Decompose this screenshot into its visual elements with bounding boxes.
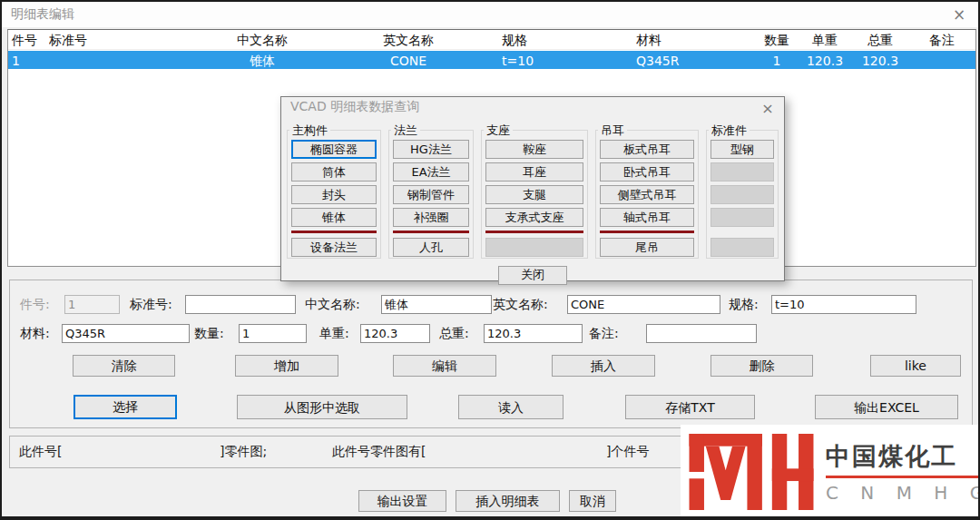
window-title: 明细表编辑 <box>2 6 74 23</box>
button-head[interactable]: 封头 <box>291 185 377 204</box>
table-header-row: 件号 标准号 中文名称 英文名称 规格 材料 数量 单重 总重 备注 <box>8 30 975 50</box>
button-axle-lug[interactable]: 轴式吊耳 <box>600 208 694 227</box>
row-qty: 1 <box>756 51 798 69</box>
red-separator <box>393 231 469 233</box>
button-steel-pipe-fitting[interactable]: 钢制管件 <box>393 185 469 204</box>
row-item-no: 1 <box>8 51 49 69</box>
group-label-support: 支座 <box>484 123 513 139</box>
status-part-3: 此件号零件图有[ <box>332 444 426 460</box>
label-remark: 备注: <box>589 324 619 342</box>
button-empty-slot <box>710 208 774 227</box>
edit-button[interactable]: 编辑 <box>393 355 496 377</box>
group-supports: 支座 鞍座 耳座 支腿 支承式支座 <box>481 130 588 259</box>
unit-weight-field[interactable] <box>360 324 430 343</box>
group-label-flange: 法兰 <box>391 123 420 139</box>
status-part-1: 此件号[ <box>19 444 62 460</box>
dialog-titlebar: VCAD 明细表数据查询 × <box>281 97 784 121</box>
button-plate-lug[interactable]: 板式吊耳 <box>600 140 694 159</box>
row-unit-weight: 120.3 <box>798 51 852 69</box>
group-label-standard: 标准件 <box>709 123 750 139</box>
mh-logo-icon <box>688 434 815 510</box>
remark-field[interactable] <box>646 324 757 343</box>
col-header-standard-no: 标准号 <box>49 30 190 49</box>
output-settings-button[interactable]: 输出设置 <box>358 490 446 512</box>
group-standard-parts: 标准件 型钢 <box>706 130 779 259</box>
en-name-field[interactable] <box>567 295 720 314</box>
group-lifting-lugs: 吊耳 板式吊耳 卧式吊耳 侧壁式吊耳 轴式吊耳 尾吊 <box>595 130 699 259</box>
label-cn-name: 中文名称: <box>305 295 360 313</box>
red-separator <box>485 231 583 233</box>
clear-button[interactable]: 清除 <box>73 355 175 377</box>
material-field[interactable] <box>62 324 190 343</box>
dialog-title: VCAD 明细表数据查询 <box>281 94 419 113</box>
button-ea-flange[interactable]: EA法兰 <box>393 162 469 182</box>
label-en-name: 英文名称: <box>493 295 548 313</box>
cancel-button[interactable]: 取消 <box>569 490 616 512</box>
label-item-no: 件号: <box>20 295 50 313</box>
col-header-qty: 数量 <box>756 30 798 49</box>
button-bracket-support[interactable]: 支承式支座 <box>485 208 583 227</box>
button-reinforcing-ring[interactable]: 补强圈 <box>393 208 469 227</box>
row-cn-name: 锥体 <box>190 51 335 69</box>
col-header-unit-weight: 单重 <box>798 30 852 49</box>
button-ear-seat[interactable]: 耳座 <box>485 162 583 182</box>
table-row-selected[interactable]: 1 锥体 CONE t=10 Q345R 1 120.3 120.3 <box>8 51 975 69</box>
label-material: 材料: <box>20 324 50 342</box>
button-empty-slot <box>710 162 774 182</box>
button-hg-flange[interactable]: HG法兰 <box>393 140 469 159</box>
button-saddle[interactable]: 鞍座 <box>485 140 583 159</box>
status-part-2: ]零件图; <box>220 444 267 460</box>
dialog-close-icon[interactable]: × <box>759 100 777 118</box>
dialog-close-button[interactable]: 关闭 <box>498 266 567 285</box>
vcad-query-dialog: VCAD 明细表数据查询 × 主构件 椭圆容器 筒体 封头 锥体 设备法兰 法兰… <box>280 96 785 281</box>
spec-field[interactable] <box>771 295 916 314</box>
select-button[interactable]: 选择 <box>74 395 177 419</box>
col-header-remark: 备注 <box>908 30 975 49</box>
cn-name-field[interactable] <box>381 295 492 314</box>
total-weight-field[interactable] <box>484 324 583 343</box>
button-shell[interactable]: 筒体 <box>291 162 377 182</box>
cnmhg-logo: 中国煤化工 C N M H G <box>681 425 980 518</box>
read-in-button[interactable]: 读入 <box>458 395 564 419</box>
logo-en-text: C N M H G <box>826 482 980 504</box>
red-separator <box>291 231 377 233</box>
button-empty-slot <box>710 238 774 257</box>
col-header-total-weight: 总重 <box>852 30 908 49</box>
row-standard-no <box>49 51 190 69</box>
delete-button[interactable]: 删除 <box>710 355 813 377</box>
button-manhole[interactable]: 人孔 <box>393 238 469 257</box>
red-separator <box>600 231 694 233</box>
button-ellipse-vessel[interactable]: 椭圆容器 <box>291 140 377 159</box>
button-equipment-flange[interactable]: 设备法兰 <box>291 238 377 257</box>
col-header-cn-name: 中文名称 <box>190 30 335 49</box>
insert-bom-button[interactable]: 插入明细表 <box>456 490 560 512</box>
logo-underline <box>826 476 980 478</box>
item-no-field <box>64 295 120 314</box>
button-empty-slot <box>485 238 583 257</box>
button-section-steel[interactable]: 型钢 <box>710 140 774 159</box>
export-excel-button[interactable]: 输出EXCEL <box>815 395 958 419</box>
button-sidewall-lug[interactable]: 侧壁式吊耳 <box>600 185 694 204</box>
standard-no-field[interactable] <box>185 295 296 314</box>
qty-field[interactable] <box>239 324 307 343</box>
insert-button[interactable]: 插入 <box>552 355 655 377</box>
col-header-spec: 规格 <box>482 30 620 49</box>
pick-from-drawing-button[interactable]: 从图形中选取 <box>237 395 407 419</box>
label-unit-weight: 单重: <box>319 324 349 342</box>
button-tail-lug[interactable]: 尾吊 <box>600 238 694 257</box>
save-txt-button[interactable]: 存储TXT <box>625 395 755 419</box>
close-icon[interactable]: × <box>949 5 969 25</box>
like-button[interactable]: like <box>870 355 961 377</box>
button-empty-slot <box>710 185 774 204</box>
col-header-material: 材料 <box>620 30 756 49</box>
button-cone[interactable]: 锥体 <box>291 208 377 227</box>
group-main-components: 主构件 椭圆容器 筒体 封头 锥体 设备法兰 <box>287 130 381 259</box>
button-horizontal-lug[interactable]: 卧式吊耳 <box>600 162 694 182</box>
logo-text-block: 中国煤化工 C N M H G <box>826 440 980 504</box>
add-button[interactable]: 增加 <box>235 355 338 377</box>
button-leg[interactable]: 支腿 <box>485 185 583 204</box>
group-flanges: 法兰 HG法兰 EA法兰 钢制管件 补强圈 人孔 <box>388 130 474 259</box>
label-spec: 规格: <box>729 295 759 313</box>
row-en-name: CONE <box>335 51 482 69</box>
logo-cn-text: 中国煤化工 <box>826 440 980 473</box>
